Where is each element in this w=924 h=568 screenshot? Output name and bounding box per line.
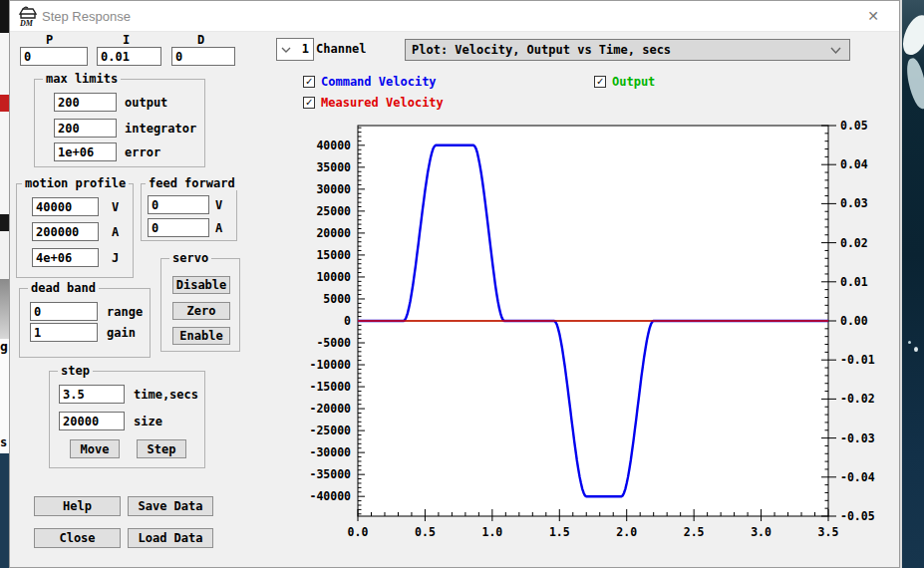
chevron-down-icon [281, 47, 291, 54]
profile-j-input[interactable] [32, 248, 99, 267]
app-icon: DM [16, 4, 40, 28]
background-window-sliver: s [0, 435, 9, 453]
y-left-tick-label: 10000 [316, 270, 351, 284]
deadband-range-input[interactable] [30, 302, 98, 321]
step-size-input[interactable] [59, 412, 125, 430]
x-tick-label: 0.0 [348, 525, 369, 539]
y-left-tick-label: -35000 [309, 467, 351, 481]
deadband-gain-label: gain [107, 326, 136, 340]
x-tick-label: 1.0 [481, 525, 502, 539]
measured-velocity-label: Measured Velocity [321, 96, 444, 110]
d-input[interactable] [171, 47, 235, 66]
x-tick-label: 3.5 [818, 525, 839, 539]
step-button[interactable]: Step [137, 439, 186, 458]
desktop: g s DM Step Response ✕ P I D max limits [0, 0, 924, 568]
help-button[interactable]: Help [34, 496, 121, 516]
y-left-tick-label: 5000 [323, 292, 351, 306]
plot-type-select[interactable]: Plot: Velocity, Output vs Time, secs [405, 39, 850, 61]
step-time-label: time,secs [134, 388, 198, 402]
max-error-input[interactable] [54, 142, 117, 161]
background-window-sliver [0, 453, 9, 568]
move-button[interactable]: Move [70, 439, 120, 458]
chevron-down-icon [830, 47, 841, 55]
profile-a-label: A [112, 225, 119, 239]
close-window-button[interactable]: ✕ [855, 5, 891, 27]
ff-v-input[interactable] [148, 195, 209, 214]
servo-title: servo [169, 251, 211, 265]
ff-a-label: A [215, 221, 222, 235]
max-integrator-label: integrator [125, 122, 196, 136]
y-left-tick-label: 30000 [316, 182, 351, 196]
y-left-tick-label: -15000 [309, 380, 351, 394]
profile-j-label: J [112, 251, 119, 265]
x-tick-label: 2.5 [684, 525, 705, 539]
step-size-label: size [134, 415, 162, 428]
background-window-sliver [0, 214, 9, 231]
deadband-range-label: range [107, 305, 143, 319]
servo-group: servo Disable Zero Enable [160, 258, 240, 352]
channel-value: 1 [302, 42, 309, 56]
desktop-wallpaper [902, 0, 924, 568]
servo-disable-button[interactable]: Disable [172, 276, 230, 294]
x-tick-label: 0.5 [415, 525, 436, 539]
x-tick-label: 2.0 [616, 525, 637, 539]
y-right-tick-label: 0.02 [840, 236, 868, 250]
y-left-tick-label: -20000 [309, 402, 351, 416]
background-window-sliver [0, 0, 9, 33]
i-label: I [123, 33, 130, 47]
ff-v-label: V [215, 198, 222, 212]
y-left-tick-label: -30000 [309, 445, 351, 459]
ff-a-input[interactable] [148, 218, 209, 237]
max-output-input[interactable] [54, 93, 117, 112]
servo-zero-button[interactable]: Zero [172, 302, 230, 320]
output-checkbox[interactable]: ✓ [594, 76, 606, 88]
motion-profile-group: motion profile V A J [16, 183, 134, 278]
y-left-tick-label: 35000 [316, 160, 351, 174]
title-bar[interactable]: DM Step Response ✕ [10, 1, 899, 32]
step-group: step time,secs size Move Step [49, 371, 205, 468]
deadband-gain-input[interactable] [30, 323, 98, 342]
load-data-button[interactable]: Load Data [128, 528, 213, 548]
y-right-tick-label: 0.00 [840, 314, 868, 328]
p-input[interactable] [20, 47, 88, 66]
step-response-chart: -40000-35000-30000-25000-20000-15000-100… [300, 116, 878, 544]
close-button[interactable]: Close [34, 528, 121, 548]
wallpaper-speck [914, 347, 918, 352]
save-data-button[interactable]: Save Data [128, 496, 213, 516]
dead-band-title: dead band [28, 281, 99, 295]
background-window-sliver [0, 279, 9, 339]
channel-label: Channel [316, 42, 367, 56]
background-window-sliver [0, 95, 9, 112]
feed-forward-group: feed forward V A [141, 183, 237, 241]
command-velocity-checkbox[interactable]: ✓ [303, 76, 315, 88]
svg-text:DM: DM [19, 19, 34, 28]
d-label: D [197, 33, 204, 47]
max-limits-group: max limits output integrator error [34, 79, 205, 167]
y-left-tick-label: 40000 [316, 139, 351, 152]
output-label: Output [612, 75, 655, 89]
y-right-tick-label: 0.01 [840, 275, 868, 289]
max-limits-title: max limits [43, 72, 121, 86]
measured-velocity-checkbox[interactable]: ✓ [303, 97, 315, 109]
y-left-tick-label: -25000 [309, 424, 351, 437]
profile-v-input[interactable] [32, 197, 99, 216]
wallpaper-cloud [902, 12, 924, 59]
window-title: Step Response [42, 9, 131, 24]
background-window-sliver [0, 33, 9, 95]
max-output-label: output [125, 96, 167, 110]
max-integrator-input[interactable] [54, 119, 117, 138]
step-time-input[interactable] [59, 385, 125, 404]
i-input[interactable] [97, 47, 161, 66]
y-left-tick-label: 0 [344, 314, 351, 328]
x-tick-label: 1.5 [549, 525, 570, 539]
y-right-tick-label: -0.02 [840, 392, 875, 406]
plot-type-value: Plot: Velocity, Output vs Time, secs [412, 43, 671, 57]
channel-select[interactable]: 1 [276, 38, 314, 61]
servo-enable-button[interactable]: Enable [172, 327, 230, 345]
y-left-tick-label: -40000 [309, 489, 351, 503]
y-right-tick-label: -0.01 [840, 353, 875, 367]
profile-a-input[interactable] [32, 222, 99, 241]
y-right-tick-label: 0.04 [840, 157, 868, 171]
y-left-tick-label: 20000 [316, 226, 351, 240]
y-left-tick-label: -10000 [309, 358, 351, 372]
